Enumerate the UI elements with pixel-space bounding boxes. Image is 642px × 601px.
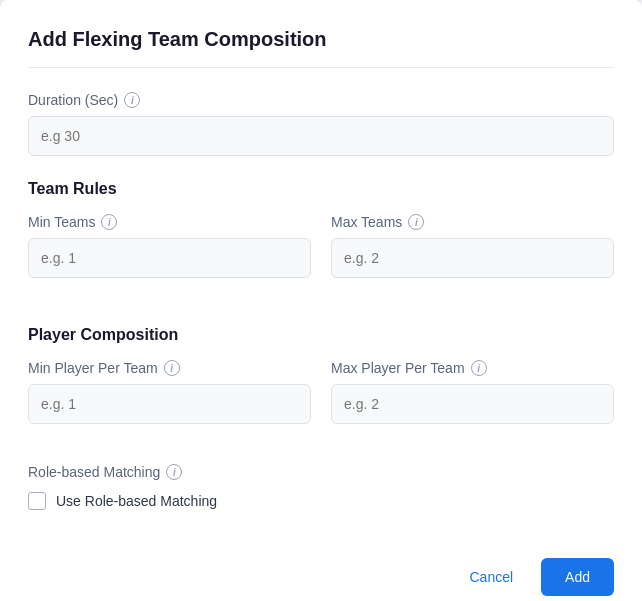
team-rules-title: Team Rules xyxy=(28,180,614,198)
dialog-footer: Cancel Add xyxy=(28,534,614,596)
max-teams-input[interactable] xyxy=(331,238,614,278)
cancel-button[interactable]: Cancel xyxy=(453,561,529,593)
duration-label: Duration (Sec) i xyxy=(28,92,614,108)
min-teams-group: Min Teams i xyxy=(28,214,311,278)
player-composition-title: Player Composition xyxy=(28,326,614,344)
max-teams-group: Max Teams i xyxy=(331,214,614,278)
max-player-label: Max Player Per Team i xyxy=(331,360,614,376)
min-teams-label: Min Teams i xyxy=(28,214,311,230)
max-teams-info-icon[interactable]: i xyxy=(408,214,424,230)
role-matching-label-text: Role-based Matching xyxy=(28,464,160,480)
role-matching-checkbox-row: Use Role-based Matching xyxy=(28,492,614,510)
duration-label-text: Duration (Sec) xyxy=(28,92,118,108)
duration-field-group: Duration (Sec) i xyxy=(28,92,614,156)
role-matching-info-icon[interactable]: i xyxy=(166,464,182,480)
role-matching-checkbox-label: Use Role-based Matching xyxy=(56,493,217,509)
min-player-label: Min Player Per Team i xyxy=(28,360,311,376)
max-teams-label: Max Teams i xyxy=(331,214,614,230)
player-composition-section: Player Composition Min Player Per Team i… xyxy=(28,322,614,530)
dialog-title: Add Flexing Team Composition xyxy=(28,28,614,68)
min-teams-label-text: Min Teams xyxy=(28,214,95,230)
role-matching-group: Role-based Matching i Use Role-based Mat… xyxy=(28,464,614,510)
min-player-info-icon[interactable]: i xyxy=(164,360,180,376)
add-button[interactable]: Add xyxy=(541,558,614,596)
duration-input[interactable] xyxy=(28,116,614,156)
add-flexing-dialog: Add Flexing Team Composition Duration (S… xyxy=(0,0,642,601)
role-matching-checkbox[interactable] xyxy=(28,492,46,510)
max-player-input[interactable] xyxy=(331,384,614,424)
max-player-group: Max Player Per Team i xyxy=(331,360,614,424)
team-rules-section: Team Rules Min Teams i Max Teams i xyxy=(28,176,614,318)
duration-info-icon[interactable]: i xyxy=(124,92,140,108)
player-composition-grid: Min Player Per Team i Max Player Per Tea… xyxy=(28,360,614,444)
team-rules-grid: Min Teams i Max Teams i xyxy=(28,214,614,298)
role-matching-label-row: Role-based Matching i xyxy=(28,464,614,480)
min-player-input[interactable] xyxy=(28,384,311,424)
min-teams-info-icon[interactable]: i xyxy=(101,214,117,230)
min-player-label-text: Min Player Per Team xyxy=(28,360,158,376)
max-player-info-icon[interactable]: i xyxy=(471,360,487,376)
max-teams-label-text: Max Teams xyxy=(331,214,402,230)
min-teams-input[interactable] xyxy=(28,238,311,278)
max-player-label-text: Max Player Per Team xyxy=(331,360,465,376)
min-player-group: Min Player Per Team i xyxy=(28,360,311,424)
